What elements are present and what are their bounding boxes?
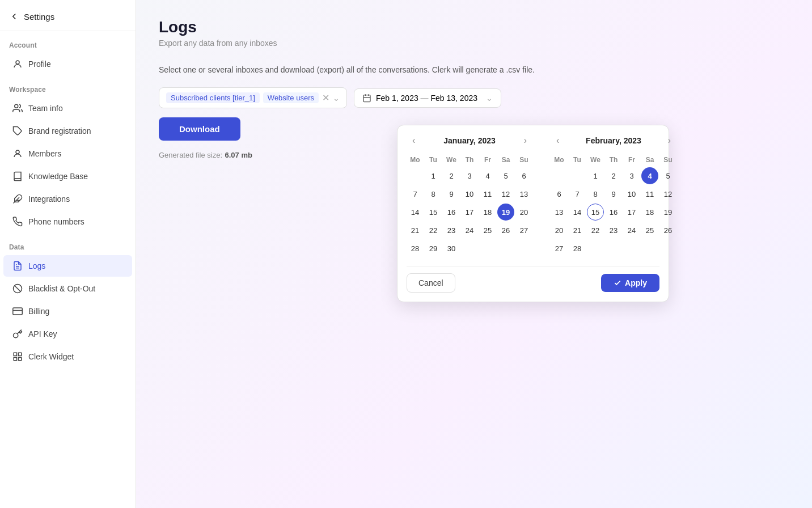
feb-12[interactable]: 12 bbox=[659, 185, 676, 202]
jan-20[interactable]: 20 bbox=[515, 204, 532, 221]
jan-next-button[interactable]: › bbox=[521, 134, 530, 147]
feb-7[interactable]: 7 bbox=[569, 185, 586, 202]
feb-6[interactable]: 6 bbox=[551, 185, 568, 202]
sidebar-item-api-key[interactable]: API Key bbox=[3, 323, 132, 345]
sidebar-item-label: Phone numbers bbox=[28, 217, 84, 226]
feb-17[interactable]: 17 bbox=[623, 204, 640, 221]
jan-dh-sa: Sa bbox=[497, 154, 514, 166]
inbox-select[interactable]: Subscribed clients [tier_1] Website user… bbox=[159, 87, 347, 108]
jan-14[interactable]: 14 bbox=[407, 204, 424, 221]
jan-24[interactable]: 24 bbox=[461, 222, 478, 239]
feb-2[interactable]: 2 bbox=[605, 167, 622, 184]
jan-9[interactable]: 9 bbox=[443, 185, 460, 202]
sidebar-item-integrations[interactable]: Integrations bbox=[3, 188, 132, 210]
jan-empty-1 bbox=[407, 167, 424, 184]
jan-16[interactable]: 16 bbox=[443, 204, 460, 221]
feb-18[interactable]: 18 bbox=[641, 204, 658, 221]
sidebar-item-profile[interactable]: Profile bbox=[3, 53, 132, 75]
feb-15[interactable]: 15 bbox=[587, 204, 604, 221]
sidebar-item-billing[interactable]: Billing bbox=[3, 300, 132, 322]
svg-point-1 bbox=[15, 104, 18, 108]
feb-9[interactable]: 9 bbox=[605, 185, 622, 202]
jan-28[interactable]: 28 bbox=[407, 240, 424, 257]
feb-14[interactable]: 14 bbox=[569, 204, 586, 221]
jan-empty-5 bbox=[515, 240, 532, 257]
jan-15[interactable]: 15 bbox=[425, 204, 442, 221]
feb-23[interactable]: 23 bbox=[605, 222, 622, 239]
jan-11[interactable]: 11 bbox=[479, 185, 496, 202]
jan-30[interactable]: 30 bbox=[443, 240, 460, 257]
jan-title: January, 2023 bbox=[443, 136, 496, 145]
clear-inbox-icon[interactable]: ✕ bbox=[322, 92, 329, 103]
jan-26[interactable]: 26 bbox=[497, 222, 514, 239]
feb-4[interactable]: 4 bbox=[641, 167, 658, 184]
jan-21[interactable]: 21 bbox=[407, 222, 424, 239]
feb-27[interactable]: 27 bbox=[551, 240, 568, 257]
feb-21[interactable]: 21 bbox=[569, 222, 586, 239]
jan-4[interactable]: 4 bbox=[479, 167, 496, 184]
sidebar-item-clerk-widget[interactable]: Clerk Widget bbox=[3, 346, 132, 367]
page-title: Logs bbox=[159, 18, 789, 36]
date-range-select[interactable]: Feb 1, 2023 — Feb 13, 2023 ⌄ bbox=[354, 88, 501, 108]
jan-5[interactable]: 5 bbox=[497, 167, 514, 184]
feb-20[interactable]: 20 bbox=[551, 222, 568, 239]
jan-29[interactable]: 29 bbox=[425, 240, 442, 257]
jan-6[interactable]: 6 bbox=[515, 167, 532, 184]
user-icon bbox=[12, 59, 23, 69]
jan-27[interactable]: 27 bbox=[515, 222, 532, 239]
feb-1[interactable]: 1 bbox=[587, 167, 604, 184]
feb-next-button[interactable]: › bbox=[665, 134, 674, 147]
feb-24[interactable]: 24 bbox=[623, 222, 640, 239]
jan-3[interactable]: 3 bbox=[461, 167, 478, 184]
sidebar: Settings Account Profile Workspace Team … bbox=[0, 0, 136, 508]
jan-25[interactable]: 25 bbox=[479, 222, 496, 239]
apply-button[interactable]: Apply bbox=[601, 274, 659, 292]
jan-prev-button[interactable]: ‹ bbox=[409, 134, 418, 147]
sidebar-item-members[interactable]: Members bbox=[3, 143, 132, 164]
jan-23[interactable]: 23 bbox=[443, 222, 460, 239]
feb-16[interactable]: 16 bbox=[605, 204, 622, 221]
back-arrow-icon bbox=[9, 11, 19, 22]
jan-18[interactable]: 18 bbox=[479, 204, 496, 221]
back-button[interactable]: Settings bbox=[0, 0, 136, 31]
feb-19[interactable]: 19 bbox=[659, 204, 676, 221]
feb-5[interactable]: 5 bbox=[659, 167, 676, 184]
feb-11[interactable]: 11 bbox=[641, 185, 658, 202]
feb-prev-button[interactable]: ‹ bbox=[553, 134, 563, 147]
calendar-footer: Cancel Apply bbox=[407, 266, 659, 293]
feb-22[interactable]: 22 bbox=[587, 222, 604, 239]
download-button[interactable]: Download bbox=[159, 117, 240, 141]
feb-10[interactable]: 10 bbox=[623, 185, 640, 202]
feb-26[interactable]: 26 bbox=[659, 222, 676, 239]
sidebar-item-brand-registration[interactable]: Brand registration bbox=[3, 120, 132, 142]
feb-dh-tu: Tu bbox=[569, 154, 586, 166]
feb-28[interactable]: 28 bbox=[569, 240, 586, 257]
sidebar-item-label: Billing bbox=[28, 307, 49, 316]
sidebar-item-knowledge-base[interactable]: Knowledge Base bbox=[3, 166, 132, 187]
jan-7[interactable]: 7 bbox=[407, 185, 424, 202]
jan-10[interactable]: 10 bbox=[461, 185, 478, 202]
jan-19[interactable]: 19 bbox=[497, 204, 514, 221]
jan-12[interactable]: 12 bbox=[497, 185, 514, 202]
jan-2[interactable]: 2 bbox=[443, 167, 460, 184]
jan-1[interactable]: 1 bbox=[425, 167, 442, 184]
jan-17[interactable]: 17 bbox=[461, 204, 478, 221]
svg-rect-13 bbox=[19, 353, 22, 355]
feb-13[interactable]: 13 bbox=[551, 204, 568, 221]
feb-3[interactable]: 3 bbox=[623, 167, 640, 184]
jan-8[interactable]: 8 bbox=[425, 185, 442, 202]
sidebar-item-logs[interactable]: Logs bbox=[3, 255, 132, 277]
feb-25[interactable]: 25 bbox=[641, 222, 658, 239]
sidebar-item-label: Profile bbox=[28, 60, 51, 69]
jan-22[interactable]: 22 bbox=[425, 222, 442, 239]
sidebar-item-phone-numbers[interactable]: Phone numbers bbox=[3, 211, 132, 232]
cancel-button[interactable]: Cancel bbox=[407, 273, 455, 293]
feb-8[interactable]: 8 bbox=[587, 185, 604, 202]
cancel-label: Cancel bbox=[418, 278, 443, 287]
jan-13[interactable]: 13 bbox=[515, 185, 532, 202]
filter-row: Subscribed clients [tier_1] Website user… bbox=[159, 87, 789, 108]
sidebar-item-blacklist[interactable]: Blacklist & Opt-Out bbox=[3, 278, 132, 299]
sidebar-item-team-info[interactable]: Team info bbox=[3, 98, 132, 119]
phone-icon bbox=[12, 217, 23, 227]
calendar-popup: ‹ January, 2023 › Mo Tu We Th Fr Sa Su 1… bbox=[397, 125, 669, 302]
